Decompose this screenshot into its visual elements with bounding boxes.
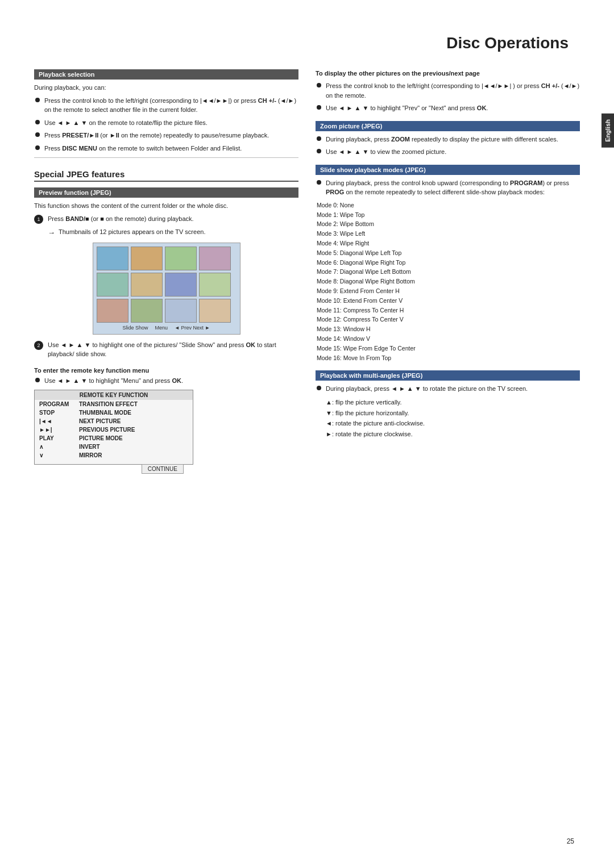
bullet-dot [35, 132, 40, 137]
remote-menu-section: To enter the remote key function menu Us… [34, 367, 298, 465]
right-column: To display the other pictures on the pre… [316, 69, 580, 476]
step-1-number: 1 [34, 215, 43, 224]
display-other-bullet-1: Press the control knob to the left/right… [316, 81, 580, 100]
step-2-item: 2 Use ◄ ► ▲ ▼ to highlight one of the pi… [34, 340, 298, 359]
thumb-cell [199, 247, 231, 270]
playback-selection-section: Playback selection During playback, you … [34, 69, 298, 153]
mode-11: Mode 11: Compress To Center H [317, 306, 580, 315]
bullet-dot [35, 120, 40, 124]
remote-table-row: STOP THUMBNAIL MODE [35, 408, 193, 417]
thumb-cell [97, 247, 128, 270]
thumb-cell [97, 273, 128, 297]
special-jpeg-section: Special JPEG features Preview function (… [34, 169, 298, 465]
mode-3: Mode 3: Wipe Left [317, 229, 580, 239]
playback-bullet-4: Press DISC MENU on the remote to switch … [34, 144, 298, 153]
remote-val-program: TRANSITION EFFECT [79, 401, 188, 407]
divider-1 [34, 157, 298, 158]
continue-button[interactable]: CONTINUE [142, 464, 184, 474]
main-content: Playback selection During playback, you … [34, 69, 580, 476]
display-other-bullet-1-text: Press the control knob to the left/right… [326, 81, 580, 100]
mode-5: Mode 5: Diagonal Wipe Left Top [317, 248, 580, 258]
thumb-bar-nav: ◄ Prev Next ► [175, 325, 210, 331]
mode-16: Mode 16: Move In From Top [317, 353, 580, 363]
mode-4: Mode 4: Wipe Right [317, 239, 580, 248]
arrow-symbol: → [48, 228, 55, 237]
bullet-dot [317, 180, 321, 185]
slideshow-modes-header: Slide show playback modes (JPEG) [316, 165, 580, 175]
mode-0: Mode 0: None [317, 201, 580, 210]
step-1-arrow: → Thumbnails of 12 pictures appears on t… [48, 228, 298, 237]
mode-12: Mode 12: Compress To Center V [317, 315, 580, 324]
playback-bullet-3: Press PRESET/►II (or ►II on the remote) … [34, 131, 298, 140]
bullet-dot [35, 378, 40, 382]
slideshow-intro-bullet: During playback, press the control knob … [316, 178, 580, 197]
playback-bullet-2-text: Use ◄ ► ▲ ▼ on the remote to rotate/flip… [44, 118, 298, 128]
bullet-dot [317, 105, 321, 110]
remote-key-stop: STOP [39, 410, 79, 416]
playback-bullet-1-text: Press the control knob to the left/right… [44, 96, 298, 115]
multi-angles-intro: During playback, press ◄ ► ▲ ▼ to rotate… [326, 384, 580, 394]
display-other-bullet-2: Use ◄ ► ▲ ▼ to highlight "Prev" or "Next… [316, 103, 580, 113]
bullet-dot [317, 149, 321, 153]
thumb-row-1 [97, 247, 237, 270]
bullet-dot [317, 83, 321, 87]
mode-14: Mode 14: Window V [317, 334, 580, 344]
multi-sub-2: ▼: flip the picture horizontally. [326, 408, 580, 419]
multi-angles-bullet: During playback, press ◄ ► ▲ ▼ to rotate… [316, 384, 580, 394]
mode-2: Mode 2: Wipe Bottom [317, 219, 580, 229]
zoom-bullet-1: During playback, press ZOOM repeatedly t… [316, 135, 580, 144]
preview-function-header: Preview function (JPEG) [34, 187, 298, 198]
mode-6: Mode 6: Diagonal Wipe Right Top [317, 258, 580, 268]
remote-val-down: MIRROR [79, 452, 188, 458]
thumb-bar: Slide Show Menu ◄ Prev Next ► [97, 325, 237, 331]
step-1-item: 1 Press BAND/■ (or ■ on the remote) duri… [34, 214, 298, 224]
remote-menu-text: Use ◄ ► ▲ ▼ to highlight "Menu" and pres… [44, 376, 298, 386]
zoom-jpeg-section: Zoom picture (JPEG) During playback, pre… [316, 121, 580, 157]
thumb-bar-slideshow: Slide Show [123, 325, 148, 331]
remote-val-next: PREVIOUS PICTURE [79, 427, 188, 433]
multi-sub-3: ◄: rotate the picture anti-clockwise. [326, 418, 580, 429]
thumb-cell [131, 273, 163, 297]
playback-bullet-1: Press the control knob to the left/right… [34, 96, 298, 115]
step-1-text: Press BAND/■ (or ■ on the remote) during… [48, 214, 298, 224]
thumb-row-2 [97, 273, 237, 297]
zoom-bullet-1-text: During playback, press ZOOM repeatedly t… [326, 135, 580, 144]
remote-val-prev: NEXT PICTURE [79, 418, 188, 424]
remote-menu-subheader: To enter the remote key function menu [34, 367, 298, 374]
thumb-cell [165, 247, 197, 270]
multi-sub-1: ▲: flip the picture vertically. [326, 397, 580, 408]
remote-key-program: PROGRAM [39, 401, 79, 407]
playback-selection-header: Playback selection [34, 69, 298, 80]
mode-10: Mode 10: Extend From Center V [317, 296, 580, 306]
mode-1: Mode 1: Wipe Top [317, 210, 580, 220]
playback-bullet-3-text: Press PRESET/►II (or ►II on the remote) … [44, 131, 298, 140]
thumb-cell [165, 299, 197, 323]
mode-15: Mode 15: Wipe From Edge To Center [317, 344, 580, 353]
remote-table-header: REMOTE KEY FUNCTION [35, 390, 193, 400]
step-2-number: 2 [34, 341, 43, 350]
slideshow-intro-text: During playback, press the control knob … [326, 178, 580, 197]
thumb-row-3 [97, 299, 237, 323]
display-other-bullet-2-text: Use ◄ ► ▲ ▼ to highlight "Prev" or "Next… [326, 103, 580, 113]
remote-val-stop: THUMBNAIL MODE [79, 410, 188, 416]
language-tab: English [601, 114, 614, 148]
thumb-cell [131, 299, 163, 323]
thumb-cell [97, 299, 128, 323]
multi-angles-subbullets: ▲: flip the picture vertically. ▼: flip … [326, 397, 580, 440]
bullet-dot [35, 145, 40, 150]
bullet-dot [35, 98, 40, 102]
remote-table-row: PROGRAM TRANSITION EFFECT [35, 400, 193, 408]
display-other-section: To display the other pictures on the pre… [316, 69, 580, 113]
remote-key-play: PLAY [39, 435, 79, 441]
remote-table-row: ∨ MIRROR [35, 451, 193, 460]
bullet-dot [317, 136, 321, 141]
continue-btn-wrapper: CONTINUE [35, 460, 193, 464]
step-2-text: Use ◄ ► ▲ ▼ to highlight one of the pict… [48, 340, 298, 359]
remote-val-up: INVERT [79, 444, 188, 450]
playback-intro: During playback, you can: [34, 83, 298, 93]
remote-key-up: ∧ [39, 444, 79, 450]
page-number: 25 [567, 837, 574, 845]
thumb-bar-menu: Menu [155, 325, 168, 331]
mode-list: Mode 0: None Mode 1: Wipe Top Mode 2: Wi… [317, 201, 580, 363]
left-column: Playback selection During playback, you … [34, 69, 298, 476]
